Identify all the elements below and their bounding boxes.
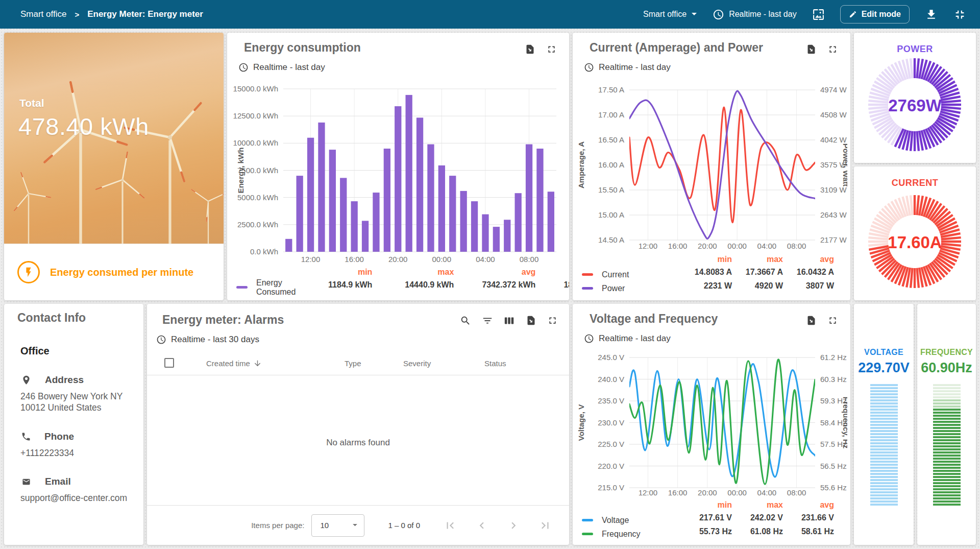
pencil-icon — [849, 10, 857, 18]
svg-text:Voltage, V: Voltage, V — [577, 404, 585, 441]
legend-energy-consumed[interactable]: Energy Consumed — [236, 280, 296, 294]
svg-text:15.00 A: 15.00 A — [598, 210, 624, 219]
exit-fullscreen-icon[interactable] — [953, 8, 967, 21]
voltage-frequency-chart[interactable]: 12:0016:0020:0000:0004:0008:00245.0 V61.… — [576, 348, 847, 502]
clock-icon — [713, 9, 724, 20]
svg-text:20:00: 20:00 — [698, 242, 717, 250]
timewindow-button[interactable]: Realtime - last day — [713, 9, 797, 20]
energy-per-minute-row: Energy consumed per minute — [4, 244, 224, 300]
fullscreen-icon[interactable] — [547, 315, 558, 326]
fullscreen-icon[interactable] — [827, 44, 838, 55]
svg-text:08:00: 08:00 — [787, 242, 806, 250]
voltage-stripe-gauge — [870, 384, 898, 506]
current_power-svg: 12:0016:0020:0000:0004:0008:0017.50 A497… — [576, 79, 847, 256]
svg-text:60.3 Hz: 60.3 Hz — [820, 375, 847, 384]
current-min: 14.8083 A — [675, 268, 732, 281]
phone-label: Phone — [44, 431, 74, 442]
column-type[interactable]: Type — [345, 359, 361, 368]
power-max: 4920 W — [732, 281, 783, 295]
energy-min: 1184.9 kWh — [296, 280, 372, 294]
address-label: Address — [45, 374, 84, 386]
phone-icon — [21, 432, 31, 442]
download-icon[interactable] — [925, 8, 938, 21]
frequency-gauge-title: FREQUENCY — [917, 348, 976, 357]
last-page-icon[interactable] — [538, 519, 552, 532]
legend-current[interactable]: Current — [582, 268, 675, 281]
power-gauge-value: 2769W — [854, 96, 976, 115]
vf-chart-timewindow: Realtime - last day — [599, 333, 671, 344]
energy-chart-title: Energy consumption — [244, 41, 361, 55]
total-energy-card: Total 478.40 kWh Energy consumed per min… — [4, 33, 224, 300]
breadcrumb-current: Energy Meter: Energy meter — [87, 9, 203, 19]
export-icon[interactable] — [525, 44, 535, 55]
column-severity[interactable]: Severity — [403, 359, 431, 368]
voltage-frequency-widget: Voltage and Frequency Realtime - last da… — [573, 304, 850, 545]
energy-consumption-widget: Energy consumption Realtime - last day 1… — [227, 33, 569, 300]
cp-chart-title: Current (Amperage) and Power — [590, 41, 763, 55]
alarms-pagination: Items per page: 10 1 – 0 of 0 — [147, 505, 569, 545]
email-value: support@office-center.com — [20, 492, 130, 504]
next-page-icon[interactable] — [507, 519, 520, 532]
items-per-page-select[interactable]: 10 — [311, 514, 364, 537]
export-icon[interactable] — [526, 315, 536, 326]
column-status[interactable]: Status — [484, 359, 506, 368]
clock-icon — [584, 62, 594, 73]
clock-icon — [584, 333, 594, 344]
current-power-widget: Current (Amperage) and Power Realtime - … — [573, 33, 850, 300]
search-icon[interactable] — [460, 315, 471, 326]
entity-select-label: Smart office — [643, 10, 687, 19]
legend-power[interactable]: Power — [582, 281, 675, 295]
svg-text:5000.0 kWh: 5000.0 kWh — [237, 193, 278, 202]
svg-text:20:00: 20:00 — [698, 488, 717, 497]
prev-page-icon[interactable] — [475, 519, 488, 532]
lightning-icon — [17, 261, 40, 283]
stat-header-max: max — [732, 255, 783, 268]
alarms-widget: Energy meter: Alarms Realtime - last 30 … — [147, 304, 569, 545]
screenshot-icon[interactable] — [812, 8, 825, 21]
edit-mode-button[interactable]: Edit mode — [840, 5, 910, 23]
svg-text:215.0 V: 215.0 V — [598, 483, 624, 492]
svg-text:225.0 V: 225.0 V — [598, 440, 624, 448]
energy-consumption-chart[interactable]: 12:0016:0020:0000:0004:0008:0015000.0 kW… — [231, 78, 566, 270]
svg-text:00:00: 00:00 — [727, 242, 747, 250]
voltage-gauge-value: 229.70V — [854, 360, 914, 376]
contact-info-widget: Contact Info Office Address 246 Bowery N… — [4, 304, 143, 545]
svg-text:16:00: 16:00 — [668, 488, 688, 497]
fullscreen-icon[interactable] — [827, 315, 838, 326]
svg-text:56.5 Hz: 56.5 Hz — [820, 462, 847, 470]
column-created-time[interactable]: Created time — [206, 359, 262, 368]
fullscreen-icon[interactable] — [546, 44, 557, 55]
energy-per-minute-caption: Energy consumed per minute — [50, 267, 193, 278]
select-all-checkbox[interactable] — [164, 358, 174, 368]
cp-chart-timewindow: Realtime - last day — [599, 62, 671, 73]
frequency-avg: 58.61 Hz — [783, 527, 834, 541]
filter-icon[interactable] — [482, 315, 493, 326]
power-avg: 3807 W — [783, 281, 834, 295]
current-power-chart[interactable]: 12:0016:0020:0000:0004:0008:0017.50 A497… — [576, 79, 847, 258]
columns-icon[interactable] — [504, 315, 515, 326]
edit-mode-label: Edit mode — [862, 10, 901, 19]
alarms-title: Energy meter: Alarms — [162, 313, 284, 327]
no-alarms-message: No alarms found — [147, 438, 569, 448]
entity-select[interactable]: Smart office — [643, 10, 697, 19]
energy-avg: 7342.372 kWh — [454, 280, 535, 294]
breadcrumb-dashboard-link[interactable]: Smart office — [20, 9, 66, 19]
legend-voltage[interactable]: Voltage — [582, 513, 675, 527]
svg-text:16:00: 16:00 — [668, 242, 688, 250]
legend-frequency[interactable]: Frequency — [582, 527, 675, 541]
clock-icon — [238, 62, 249, 73]
svg-text:4042 W: 4042 W — [820, 135, 847, 144]
frequency-gauge-widget: FREQUENCY 60.90Hz — [917, 304, 976, 545]
export-icon[interactable] — [806, 44, 817, 55]
clock-icon — [156, 335, 166, 345]
svg-text:Amperage, A: Amperage, A — [577, 141, 585, 188]
svg-text:04:00: 04:00 — [476, 255, 495, 264]
export-icon[interactable] — [806, 315, 817, 326]
first-page-icon[interactable] — [444, 519, 457, 532]
voltage_frequency-svg: 12:0016:0020:0000:0004:0008:00245.0 V61.… — [576, 348, 847, 500]
power-gauge-title: POWER — [854, 44, 976, 55]
stat-header-total: total — [535, 268, 569, 280]
svg-text:04:00: 04:00 — [757, 488, 777, 497]
svg-text:16.50 A: 16.50 A — [598, 135, 624, 144]
stat-header-avg: avg — [783, 500, 834, 513]
